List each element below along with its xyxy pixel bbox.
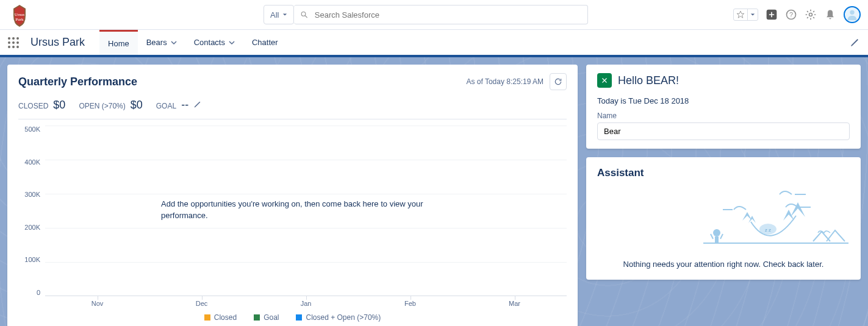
y-tick: 200K: [18, 224, 40, 231]
x-tick: Feb: [358, 300, 462, 307]
assistant-illustration: z z: [597, 185, 850, 252]
global-header: UrsusPark All ?: [0, 0, 868, 29]
nav-tab-home[interactable]: Home: [99, 30, 138, 55]
x-tick: Nov: [45, 300, 149, 307]
svg-line-3: [306, 16, 307, 18]
legend-item: Goal: [254, 313, 279, 322]
svg-point-15: [8, 46, 10, 48]
quarterly-performance-card: Quarterly Performance As of Today 8:25:1…: [7, 65, 578, 326]
x-tick: Mar: [462, 300, 567, 307]
header-utilities: ?: [733, 6, 861, 23]
edit-goal-pencil-icon[interactable]: [193, 101, 201, 108]
nav-tab-label: Home: [108, 39, 129, 48]
legend-swatch: [254, 314, 260, 321]
svg-point-7: [809, 13, 812, 16]
assistant-title: Assistant: [597, 167, 850, 179]
svg-point-8: [850, 10, 854, 15]
svg-point-23: [713, 229, 720, 236]
metric-value: $0: [131, 99, 143, 112]
svg-point-9: [8, 37, 10, 40]
chevron-down-icon[interactable]: [229, 40, 235, 46]
global-search: All: [264, 5, 588, 24]
caret-down-icon[interactable]: [748, 9, 758, 20]
nav-tab-contacts[interactable]: Contacts: [185, 30, 243, 55]
perf-chart: 500K400K300K200K100K0 Add the opportunit…: [18, 126, 567, 296]
help-icon[interactable]: ?: [785, 9, 797, 21]
setup-gear-icon[interactable]: [805, 9, 817, 21]
search-box[interactable]: [294, 5, 588, 24]
hello-card: Hello BEAR! Today is Tue Dec 18 2018 Nam…: [586, 65, 861, 149]
name-input[interactable]: [597, 122, 850, 140]
nav-tab-bears[interactable]: Bears: [138, 30, 185, 55]
edit-nav-pencil-icon[interactable]: [848, 37, 861, 49]
legend-item: Closed + Open (>70%): [296, 313, 381, 322]
svg-point-14: [16, 41, 19, 44]
metric-goal: GOAL --: [156, 99, 201, 112]
svg-text:Ursus: Ursus: [15, 12, 25, 17]
svg-point-10: [12, 37, 15, 40]
svg-text:z z: z z: [765, 227, 771, 233]
favorites-control[interactable]: [733, 9, 758, 21]
caret-down-icon: [282, 12, 287, 17]
metric-open: OPEN (>70%) $0: [79, 99, 142, 112]
side-column: Hello BEAR! Today is Tue Dec 18 2018 Nam…: [586, 65, 861, 280]
nav-tab-label: Contacts: [194, 38, 225, 47]
svg-point-13: [12, 41, 15, 44]
y-tick: 400K: [18, 158, 40, 166]
y-tick: 500K: [18, 126, 40, 133]
user-avatar[interactable]: [844, 6, 861, 23]
y-tick: 100K: [18, 256, 40, 263]
app-launcher-icon[interactable]: [7, 37, 20, 49]
legend-item: Closed: [204, 313, 237, 322]
notifications-bell-icon[interactable]: [824, 9, 836, 21]
nav-tab-label: Chatter: [252, 38, 278, 47]
chart-empty-message: Add the opportunities you're working on,…: [161, 199, 442, 222]
legend-swatch: [296, 314, 302, 321]
perf-title: Quarterly Performance: [18, 76, 137, 88]
svg-line-25: [711, 234, 713, 239]
search-icon: [300, 10, 308, 19]
metric-label: OPEN (>70%): [79, 102, 125, 110]
y-tick: 0: [18, 289, 40, 296]
app-navbar: Ursus Park HomeBearsContactsChatter: [0, 29, 868, 55]
content-area: Quarterly Performance As of Today 8:25:1…: [0, 55, 868, 326]
global-add-button[interactable]: [766, 9, 778, 21]
app-name: Ursus Park: [30, 36, 85, 49]
name-field-label: Name: [597, 112, 850, 120]
star-icon[interactable]: [734, 9, 748, 20]
refresh-button[interactable]: [550, 73, 567, 90]
search-scope-label: All: [270, 10, 279, 19]
svg-point-12: [8, 41, 10, 44]
svg-point-16: [12, 46, 15, 48]
hello-component-icon: [597, 73, 612, 88]
search-input[interactable]: [315, 10, 582, 19]
nav-tab-chatter[interactable]: Chatter: [243, 30, 287, 55]
svg-rect-24: [715, 236, 719, 243]
chart-plot-area: Add the opportunities you're working on,…: [45, 126, 567, 296]
hello-title: Hello BEAR!: [618, 74, 679, 87]
org-logo: UrsusPark: [7, 4, 32, 26]
assistant-card: Assistant: [586, 157, 861, 280]
perf-metrics: CLOSED $0 OPEN (>70%) $0 GOAL --: [18, 99, 567, 119]
search-scope-button[interactable]: All: [264, 5, 294, 24]
metric-value: $0: [53, 99, 65, 112]
chart-x-axis: NovDecJanFebMar: [45, 296, 567, 307]
svg-text:Park: Park: [16, 17, 24, 22]
svg-line-26: [720, 234, 723, 239]
refresh-icon: [554, 77, 562, 86]
x-tick: Dec: [149, 300, 254, 307]
metric-value: --: [181, 99, 188, 112]
legend-label: Goal: [264, 313, 279, 322]
x-tick: Jan: [254, 300, 358, 307]
legend-swatch: [204, 314, 210, 321]
legend-label: Closed + Open (>70%): [306, 313, 381, 322]
metric-label: CLOSED: [18, 102, 48, 110]
metric-closed: CLOSED $0: [18, 99, 65, 112]
chevron-down-icon[interactable]: [171, 40, 177, 46]
nav-tabs: HomeBearsContactsChatter: [99, 30, 287, 55]
svg-point-17: [16, 46, 19, 48]
chart-y-axis: 500K400K300K200K100K0: [18, 126, 45, 296]
svg-text:?: ?: [789, 11, 793, 18]
legend-label: Closed: [214, 313, 237, 322]
svg-point-2: [302, 12, 306, 16]
